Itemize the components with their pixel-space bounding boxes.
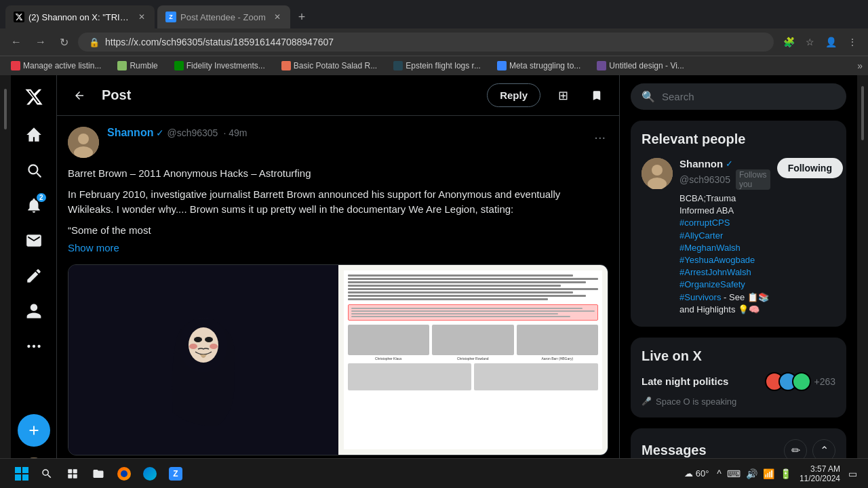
new-post-button[interactable] (18, 414, 50, 447)
taskbar-files-button[interactable] (87, 462, 110, 485)
reply-button[interactable]: Reply (487, 83, 540, 107)
author-avatar[interactable] (68, 127, 99, 158)
doc-person-1-name: Christopher Klaus (348, 357, 430, 361)
taskbar-edge-button[interactable] (138, 462, 161, 485)
hashtag-arrestjohnwalsh[interactable]: #ArrestJohnWalsh (679, 267, 751, 277)
hashtag-organizesafety[interactable]: #OrganizeSafety (679, 279, 745, 289)
doc-line-5 (348, 288, 599, 290)
sidebar-item-home[interactable] (18, 119, 50, 151)
doc-hl-line-2 (351, 310, 595, 312)
bookmark-rumble[interactable]: Rumble (112, 59, 163, 73)
forward-button[interactable]: → (31, 33, 50, 51)
edge-icon (143, 467, 157, 481)
sidebar-item-more[interactable] (18, 330, 50, 363)
doc-line-3 (348, 281, 586, 283)
post-image[interactable]: Christopher Klaus Christopher Rowland Aa… (68, 264, 608, 455)
sidebar-item-notifications[interactable]: 2 (18, 189, 50, 222)
speaker-icon[interactable]: 🔊 (746, 468, 757, 479)
left-scroll-thumb (4, 89, 7, 129)
svg-rect-20 (15, 474, 21, 481)
hashtag-survivors[interactable]: #Survivors (679, 292, 721, 302)
firefox-icon (117, 467, 131, 481)
sidebar-item-profile[interactable] (18, 295, 50, 327)
back-button[interactable]: ← (7, 33, 26, 51)
bookmark-manage[interactable]: Manage active listin... (5, 59, 106, 73)
person-name[interactable]: Shannon (679, 158, 723, 169)
start-button[interactable] (11, 463, 33, 485)
weather-temp: 60° (696, 468, 709, 479)
x-logo-button[interactable] (18, 81, 50, 113)
hashtag-allycarter[interactable]: #AllyCarter (679, 230, 723, 241)
live-avatars: +263 (765, 372, 835, 391)
tab-x[interactable]: (2) Shannon on X: "TRIGGER WAR ✕ (5, 5, 155, 28)
back-to-feed-button[interactable] (68, 84, 91, 107)
bookmark-untitled[interactable]: Untitled design - Vi... (591, 59, 690, 73)
relevant-people-section: Relevant people Shannon ✓ @sch96305 (631, 121, 846, 327)
reload-button[interactable]: ↻ (56, 33, 73, 52)
hashtag-meghanwalsh[interactable]: #MeghanWalsh (679, 243, 741, 253)
svg-point-11 (194, 337, 202, 342)
taskbar-search-button[interactable] (35, 462, 58, 485)
doc-hl-line-4 (351, 316, 571, 317)
edit-icon (25, 267, 43, 285)
chevron-icon[interactable]: ^ (717, 468, 722, 479)
person-avatar[interactable] (642, 158, 673, 189)
bookmark-star-button[interactable]: ☆ (802, 34, 818, 50)
hashtag-yeshuaawogbade[interactable]: #YeshuaAwogbade (679, 255, 755, 265)
search-input[interactable] (662, 91, 835, 102)
taskbar-widgets-button[interactable] (61, 462, 84, 485)
author-name-row: Shannon ✓ @sch96305 · 49m (107, 127, 583, 139)
tab-close-x[interactable]: ✕ (137, 11, 146, 23)
left-scroll-rail[interactable] (0, 75, 11, 488)
taskbar-zoom-button[interactable]: Z (164, 462, 187, 485)
app-container: 2 (0, 75, 868, 488)
weather-widget[interactable]: ☁ 60° (684, 468, 709, 479)
tab-close-zoom[interactable]: ✕ (273, 11, 282, 23)
home-icon (25, 126, 43, 144)
search-box[interactable]: 🔍 (631, 83, 846, 110)
windows-logo-icon (15, 467, 28, 481)
bookmark-label-potato: Basic Potato Salad R... (294, 61, 377, 70)
battery-icon[interactable]: 🔋 (780, 468, 791, 479)
doc-line-2 (348, 278, 599, 280)
live-item[interactable]: Late night politics +263 (642, 372, 835, 391)
bookmark-label-rumble: Rumble (130, 61, 157, 70)
new-tab-button[interactable]: + (293, 7, 311, 27)
document-side: Christopher Klaus Christopher Rowland Aa… (338, 265, 608, 455)
firefox-globe-icon (121, 470, 127, 477)
live-speaker-text: Space O is speaking (656, 396, 736, 407)
hashtag-corruptcps[interactable]: #corruptCPS (679, 218, 730, 228)
profile-button[interactable]: 👤 (821, 34, 841, 50)
taskbar-firefox-button[interactable] (113, 462, 136, 485)
post-more-button[interactable]: ··· (591, 127, 608, 148)
messages-title: Messages (642, 443, 707, 458)
address-bar[interactable]: 🔒 https://x.com/sch96305/status/18591614… (78, 33, 774, 52)
taskbar-datetime[interactable]: 3:57 AM 11/20/2024 (800, 464, 840, 483)
bookmark-potato[interactable]: Basic Potato Salad R... (276, 59, 382, 73)
wifi-icon[interactable]: 📶 (763, 468, 774, 479)
post-author: Shannon ✓ @sch96305 · 49m ··· (68, 127, 608, 158)
post-quote: “Some of the most (68, 223, 608, 239)
bookmarks-more-icon[interactable]: » (857, 60, 863, 71)
tab-zoom[interactable]: Z Post Attendee - Zoom ✕ (157, 5, 290, 28)
keyboard-icon[interactable]: ⌨ (727, 468, 741, 479)
following-button[interactable]: Following (777, 158, 843, 178)
show-more-link[interactable]: Show more (68, 241, 608, 256)
menu-button[interactable]: ⋮ (844, 34, 861, 50)
svg-rect-21 (22, 474, 28, 481)
sidebar-item-search[interactable] (18, 154, 50, 186)
adjust-icon-button[interactable]: ⊞ (551, 84, 574, 107)
sidebar-item-compose[interactable] (18, 260, 50, 292)
bookmark-meta[interactable]: Meta struggling to... (492, 59, 586, 73)
bookmark-epstein[interactable]: Epstein flight logs r... (388, 59, 486, 73)
author-info: Shannon ✓ @sch96305 · 49m (107, 127, 583, 139)
taskbar-search-icon (41, 468, 53, 480)
author-name-text[interactable]: Shannon (107, 127, 153, 139)
bookmark-icon-button[interactable] (585, 84, 608, 107)
right-scroll-rail[interactable] (857, 75, 868, 488)
sidebar-item-messages[interactable] (18, 224, 50, 257)
extensions-button[interactable]: 🧩 (779, 34, 799, 50)
bookmark-fidelity[interactable]: Fidelity Investments... (169, 59, 271, 73)
notification-show-desktop-icon[interactable]: ▭ (848, 468, 857, 479)
page-title: Post (102, 87, 476, 103)
